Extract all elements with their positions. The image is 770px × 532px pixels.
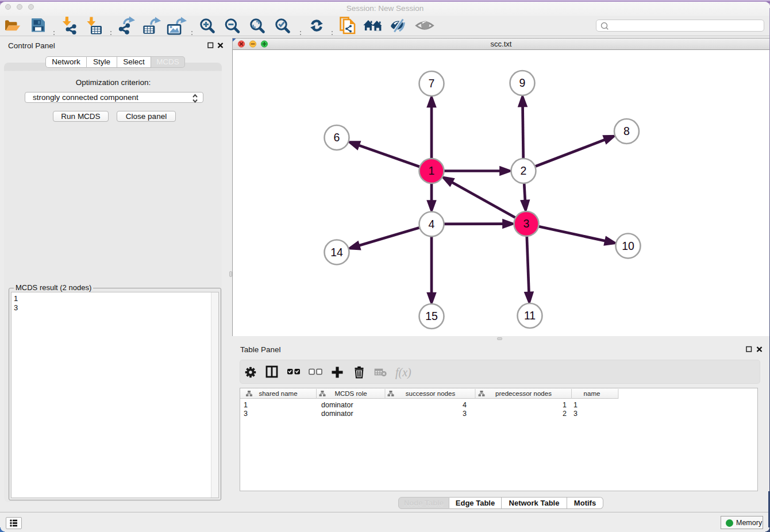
svg-text:successor nodes: successor nodes: [406, 390, 456, 397]
svg-text:MCDS role: MCDS role: [334, 390, 367, 397]
svg-text:shared name: shared name: [259, 390, 297, 397]
svg-text:6: 6: [334, 131, 340, 144]
svg-text:11: 11: [524, 309, 536, 322]
svg-text:3: 3: [523, 217, 530, 230]
svg-text:10: 10: [622, 240, 634, 252]
svg-text:1: 1: [429, 164, 435, 177]
svg-text:14: 14: [330, 246, 343, 259]
svg-text:9: 9: [519, 76, 526, 89]
svg-text:7: 7: [429, 77, 435, 90]
svg-text:predecessor nodes: predecessor nodes: [495, 390, 552, 397]
svg-text:8: 8: [623, 125, 630, 137]
svg-text:2: 2: [521, 164, 527, 177]
svg-text:name: name: [584, 390, 600, 397]
svg-text:15: 15: [425, 310, 438, 322]
svg-text:f(x): f(x): [395, 366, 411, 379]
svg-text:4: 4: [429, 218, 435, 230]
